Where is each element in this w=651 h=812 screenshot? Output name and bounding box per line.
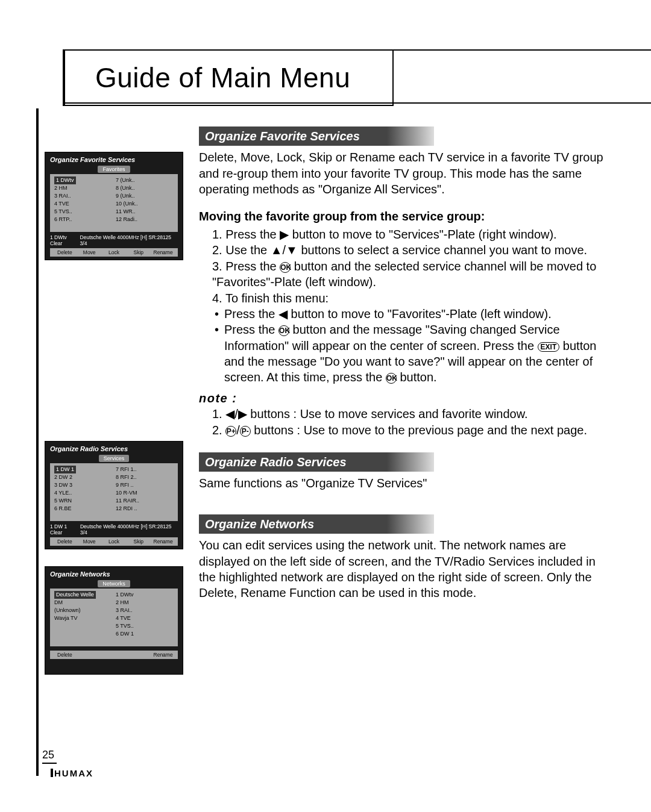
action-label: Delete	[52, 249, 77, 255]
list-item: (Unknown)	[54, 607, 81, 613]
list-item: 10 (Unk..	[116, 201, 138, 207]
screenshot-organize-favorite: Organize Favorite Services Favorites 1 D…	[45, 152, 183, 260]
note-item: 1. ◀/▶ buttons : Use to move services an…	[212, 406, 609, 422]
paragraph: Same functions as "Organize TV Services"	[199, 475, 609, 491]
list-item: 4 TVE	[54, 201, 69, 207]
list-item: 6 R.BE	[54, 505, 72, 511]
paragraph: Delete, Move, Lock, Skip or Rename each …	[199, 149, 609, 197]
list-item: 5 TVS..	[116, 623, 134, 629]
action-label: Lock	[102, 249, 127, 255]
list-item: 4 TVE	[116, 615, 131, 621]
pane-label: Favorites	[98, 166, 130, 173]
list-item: Deutsche Welle	[54, 591, 96, 599]
screenshot-title: Organize Networks	[50, 570, 178, 578]
list-item: 7 (Unk..	[116, 177, 135, 183]
list-item: 11 WR..	[116, 208, 136, 214]
list-item: 1 DWtv	[116, 592, 134, 598]
list-item: 9 RFI ..	[116, 482, 134, 488]
step-item: 4. To finish this menu:	[212, 290, 609, 306]
left-arrow-icon: ◀	[278, 307, 288, 320]
list-item: 10 R-VM	[116, 490, 137, 496]
status-text: 1 DWtv Clear	[50, 234, 80, 246]
list-item: 8 (Unk..	[116, 185, 135, 191]
step-item: 1. Press the ▶ button to move to "Servic…	[212, 226, 609, 242]
action-label: Skip	[126, 539, 151, 545]
status-text: 1 DW 1 Clear	[50, 523, 80, 536]
action-label: Rename	[151, 249, 175, 255]
step-item: 2. Use the ▲/▼ buttons to select a servi…	[212, 242, 609, 258]
note-list: 1. ◀/▶ buttons : Use to move services an…	[199, 406, 609, 438]
list-item: 6 DW 1	[116, 631, 134, 637]
section-heading-favorite: Organize Favorite Services	[199, 126, 434, 146]
section-heading-networks: Organize Networks	[199, 514, 434, 534]
list-item: 2 DW 2	[54, 474, 72, 480]
list-item: 1 DWtv	[54, 176, 76, 184]
sub-heading: Moving the favorite group from the servi…	[199, 208, 609, 224]
body-text: Organize Favorite Services Delete, Move,…	[199, 126, 609, 612]
pane-label: Networks	[98, 580, 130, 587]
right-arrow-icon: ▶	[280, 228, 289, 241]
list-item: Wavja TV	[54, 615, 78, 621]
list-item: 6 RTP..	[54, 216, 72, 222]
page-title: Guide of Main Menu	[63, 49, 394, 106]
action-label: Skip	[126, 249, 151, 255]
rule	[63, 102, 651, 104]
step-list: 1. Press the ▶ button to move to "Servic…	[199, 226, 609, 386]
list-item: 5 TVS..	[54, 208, 72, 214]
bullet-item: Press the ◀ button to move to "Favorites…	[212, 306, 609, 322]
list-item: 1 DW 1	[54, 466, 76, 473]
list-item: 2 HM	[54, 185, 68, 191]
list-item: 12 Radi..	[116, 216, 137, 222]
brand-logo: HUMAX	[51, 768, 93, 778]
list-item: 11 RAIR..	[116, 498, 139, 504]
page-number: 25	[42, 749, 57, 764]
list-item: 9 (Unk..	[116, 193, 135, 199]
action-label: Delete	[52, 652, 77, 658]
section-heading-radio: Organize Radio Services	[199, 452, 434, 472]
list-item: DM	[54, 599, 63, 605]
action-label: Rename	[151, 539, 175, 545]
action-label: Move	[77, 539, 102, 545]
paragraph: You can edit services using the network …	[199, 537, 609, 601]
list-item: 8 RFI 2..	[116, 474, 137, 480]
action-label: Rename	[151, 652, 175, 658]
action-label: Delete	[52, 539, 77, 545]
ok-button-icon: OK	[386, 373, 397, 384]
leftright-arrow-icon: ◀/▶	[225, 407, 247, 420]
bullet-item: Press the OK button and the message "Sav…	[212, 322, 609, 386]
list-item: 3 DW 3	[54, 482, 72, 488]
list-item: 7 RFI 1..	[116, 466, 137, 472]
ok-button-icon: OK	[278, 325, 289, 336]
exit-button-icon: EXIT	[538, 342, 560, 352]
screenshot-organize-radio: Organize Radio Services Services 1 DW 12…	[45, 441, 183, 549]
note-label: note :	[199, 390, 609, 406]
status-text: Deutsche Welle 4000MHz [H] SR:28125 3/4	[80, 234, 178, 246]
ok-button-icon: OK	[280, 262, 291, 273]
step-item: 3. Press the OK button and the selected …	[212, 258, 609, 290]
screenshot-organize-networks: Organize Networks Networks Deutsche Well…	[45, 566, 183, 675]
pplus-button-icon: P+	[225, 426, 236, 437]
list-item: 3 RAI..	[116, 607, 133, 613]
pane-label: Services	[99, 455, 130, 462]
note-item: 2. P+/P- buttons : Use to move to the pr…	[212, 422, 609, 438]
pminus-button-icon: P-	[240, 426, 251, 437]
list-item: 3 RAI..	[54, 193, 71, 199]
action-label: Lock	[102, 539, 127, 545]
list-item: 4 YLE..	[54, 490, 72, 496]
screenshot-title: Organize Radio Services	[50, 445, 178, 452]
list-item: 5 WRN	[54, 498, 72, 504]
list-item: 2 HM	[116, 599, 129, 605]
updown-arrow-icon: ▲/▼	[271, 243, 298, 257]
screenshot-title: Organize Favorite Services	[50, 156, 178, 163]
action-label: Move	[77, 249, 102, 255]
status-text: Deutsche Welle 4000MHz [H] SR:28125 3/4	[80, 523, 178, 536]
list-item: 12 RDI ..	[116, 505, 137, 511]
vertical-rule	[36, 108, 39, 776]
